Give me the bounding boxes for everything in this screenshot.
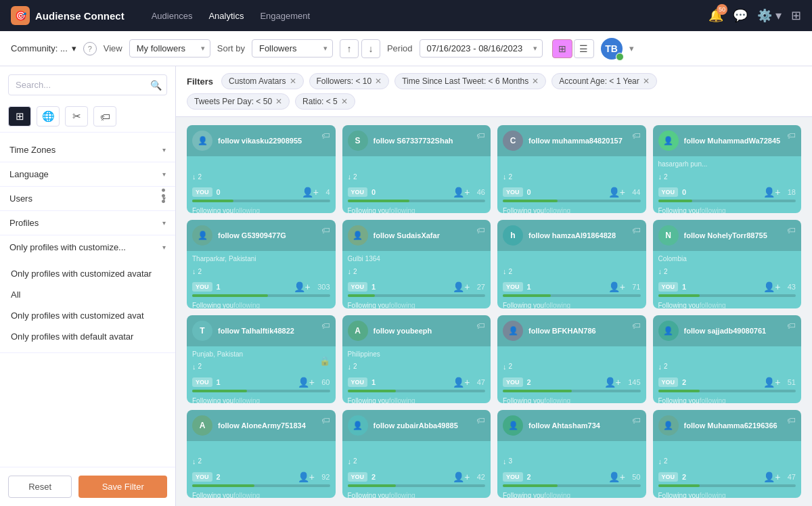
profile-card[interactable]: 👤 follow BFKHAN786 ↓2 YOU 2 👤+ 145 Follo… <box>497 315 646 403</box>
filter-tag-followers-lt-10-remove[interactable]: ✕ <box>375 76 382 86</box>
you-badge: YOU <box>348 187 368 197</box>
card-location <box>658 350 796 360</box>
add-user-button[interactable]: 👤+ <box>453 375 470 390</box>
add-user-button[interactable]: 👤+ <box>763 185 781 200</box>
filter-scissors-button[interactable]: ✂ <box>65 106 88 127</box>
following-count: 145 <box>628 378 640 386</box>
filter-sliders-button[interactable]: ⊞ <box>8 106 31 127</box>
profile-card[interactable]: 👤 follow vikasku22908955 ↓2 YOU 0 👤+ 4 F… <box>187 125 336 213</box>
filter-tag-custom-avatars-remove[interactable]: ✕ <box>290 76 296 86</box>
sidebar-footer: Reset Save Filter <box>0 467 175 506</box>
card-location <box>503 445 641 455</box>
add-user-button[interactable]: 👤+ <box>608 469 625 484</box>
filter-tag-account-age-remove[interactable]: ✕ <box>643 76 650 86</box>
add-user-button[interactable]: 👤+ <box>453 279 470 294</box>
profile-card[interactable]: T follow Talhalftik48822 Punjab, Pakista… <box>187 315 336 403</box>
period-select[interactable]: 07/16/2023 - 08/16/2023 <box>420 39 543 58</box>
add-user-button[interactable]: 👤+ <box>453 185 470 200</box>
messages-button[interactable]: 💬 <box>733 8 748 23</box>
add-user-button[interactable]: 👤+ <box>297 469 315 484</box>
filter-tag-tweets-per-day-remove[interactable]: ✕ <box>275 97 282 106</box>
reset-button[interactable]: Reset <box>8 476 72 498</box>
save-filter-button[interactable]: Save Filter <box>78 476 167 498</box>
profile-card[interactable]: A follow youbeeph Philippines ↓2 YOU 1 👤… <box>342 315 491 403</box>
add-user-button[interactable]: 👤+ <box>301 185 319 200</box>
community-selector[interactable]: Community: ... ▾ <box>11 43 76 53</box>
help-button[interactable]: ? <box>83 42 97 55</box>
card-actions: YOU 2 👤+ 50 <box>503 469 641 484</box>
card-tag-icon: 🏷 <box>476 131 485 141</box>
card-location: hasargarh pun... <box>658 160 796 170</box>
profile-card[interactable]: 👤 follow MuhammadWa72845 hasargarh pun..… <box>653 125 802 213</box>
profile-card[interactable]: 👤 follow SudaisXafar Gulbi 1364 ↓2 YOU 1… <box>342 220 491 308</box>
dropdown-option-only-customized-2[interactable]: Only profiles with customized avat <box>0 305 175 326</box>
add-user-button[interactable]: 👤+ <box>608 185 625 200</box>
add-user-button[interactable]: 👤+ <box>763 279 781 294</box>
sort-descending-button[interactable]: ↓ <box>361 39 380 58</box>
add-user-button[interactable]: 👤+ <box>297 375 315 390</box>
card-stats: ↓2 <box>503 267 641 275</box>
following-text: Following youfollowing <box>348 492 415 498</box>
profile-card[interactable]: 👤 follow sajjadb49080761 ↓2 YOU 2 👤+ 51 … <box>653 315 802 403</box>
profile-card[interactable]: S follow S67337732Shah ↓2 YOU 0 👤+ 46 Fo… <box>342 125 491 213</box>
list-view-button[interactable]: ☰ <box>574 39 594 58</box>
profile-card[interactable]: C follow muhamma84820157 ↓2 YOU 0 👤+ 44 … <box>497 125 646 213</box>
add-user-button[interactable]: 👤+ <box>293 279 311 294</box>
filter-group-time-zones-header[interactable]: Time Zones ▾ <box>0 138 175 162</box>
dropdown-option-only-default[interactable]: Only profiles with default avatar <box>0 326 175 347</box>
filter-group-profiles-sub-header[interactable]: Only profiles with customize... ▾ <box>0 235 175 259</box>
filter-group-profiles-header[interactable]: Profiles ▾ <box>0 211 175 235</box>
settings-button[interactable]: ⚙️ ▾ <box>757 8 782 23</box>
filter-tag-ratio-remove[interactable]: ✕ <box>341 97 348 106</box>
card-stats: ↓2 <box>348 457 486 465</box>
apps-button[interactable]: ⊞ <box>791 8 801 23</box>
avatar-chevron-icon[interactable]: ▾ <box>629 43 634 53</box>
add-user-button[interactable]: 👤+ <box>763 469 781 484</box>
sort-ascending-button[interactable]: ↑ <box>340 39 359 58</box>
add-user-button[interactable]: 👤+ <box>453 469 470 484</box>
card-actions: YOU 0 👤+ 18 <box>658 185 796 200</box>
user-avatar-button[interactable]: TB <box>601 38 623 60</box>
add-user-button[interactable]: 👤+ <box>763 375 781 390</box>
app-logo[interactable]: 🎯 Audiense Connect <box>11 6 125 25</box>
card-lock-icon: 🔒 <box>319 356 330 366</box>
profile-card[interactable]: h follow hamzaAl91864828 ↓2 YOU 1 👤+ 71 … <box>497 220 646 308</box>
filters-bar: Filters Custom Avatars ✕ Followers: < 10… <box>176 66 812 117</box>
filter-globe-button[interactable]: 🌐 <box>37 106 60 127</box>
profile-card[interactable]: 👤 follow Muhamma62196366 ↓2 YOU 2 👤+ 47 … <box>653 410 802 498</box>
view-label: View <box>104 43 122 53</box>
profile-card[interactable]: A follow AloneArmy751834 ↓2 YOU 2 👤+ 92 … <box>187 410 336 498</box>
profile-card[interactable]: 👤 follow zubairAbba49885 ↓2 YOU 2 👤+ 42 … <box>342 410 491 498</box>
avatar-check-icon <box>616 53 624 61</box>
view-select[interactable]: My followers <box>129 39 210 58</box>
profile-card[interactable]: N follow NohelyTorr88755 Colombia ↓2 YOU… <box>653 220 802 308</box>
filter-tag-button[interactable]: 🏷 <box>93 106 116 127</box>
search-icon[interactable]: 🔍 <box>150 80 162 91</box>
card-progress-bar <box>348 484 486 487</box>
nav-analytics[interactable]: Analytics <box>208 8 244 24</box>
filter-group-time-zones-chevron-icon: ▾ <box>162 146 166 154</box>
stat-down-icon: ↓ <box>348 172 352 181</box>
sort-select[interactable]: Followers <box>252 39 333 58</box>
grid-view-button[interactable]: ⊞ <box>552 39 572 58</box>
search-input[interactable] <box>8 74 167 95</box>
notifications-button[interactable]: 🔔 50 <box>708 8 723 23</box>
dropdown-option-all[interactable]: All <box>0 284 175 305</box>
view-select-wrap: My followers ▾ <box>129 39 210 58</box>
filters-label: Filters <box>187 76 213 87</box>
card-actions: YOU 1 👤+ 71 <box>503 279 641 294</box>
dropdown-option-only-customized[interactable]: Only profiles with customized avatar <box>0 263 175 284</box>
following-text: Following youfollowing <box>192 492 260 498</box>
nav-engagement[interactable]: Engagement <box>260 8 310 24</box>
card-progress-fill <box>503 200 558 202</box>
filter-group-language-header[interactable]: Language ▾ <box>0 162 175 186</box>
filter-group-users-header[interactable]: Users ▾ <box>0 187 175 210</box>
profile-card[interactable]: 👤 follow G53909477G Tharparkar, Pakistan… <box>187 220 336 308</box>
card-tag-icon: 🏷 <box>321 415 330 426</box>
add-user-button[interactable]: 👤+ <box>608 279 625 294</box>
filter-tag-time-since-tweet-remove[interactable]: ✕ <box>532 76 539 86</box>
add-user-button[interactable]: 👤+ <box>604 375 621 390</box>
profile-card[interactable]: 👤 follow Ahtasham734 ↓3 YOU 2 👤+ 50 Foll… <box>497 410 646 498</box>
more-options-button[interactable]: ••• <box>156 188 170 205</box>
nav-audiences[interactable]: Audiences <box>152 8 193 24</box>
